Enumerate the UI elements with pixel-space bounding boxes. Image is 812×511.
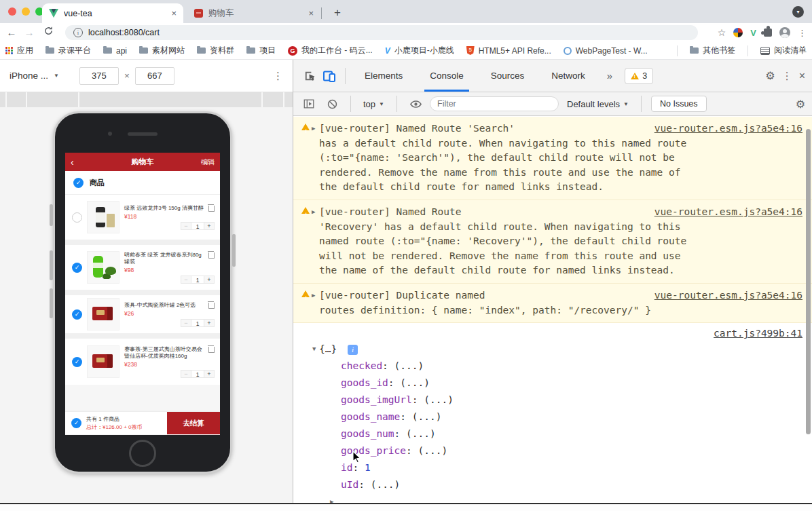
height-input[interactable] — [135, 67, 174, 85]
invoke-getter[interactable]: (...) — [418, 445, 448, 456]
trash-icon[interactable] — [208, 303, 215, 309]
invoke-getter[interactable]: (...) — [412, 411, 442, 422]
bookmark-folder[interactable]: api — [103, 46, 127, 56]
chevron-down-icon: ▼ — [54, 73, 59, 79]
bookmark-folder[interactable]: 素材网站 — [139, 45, 185, 56]
width-input[interactable] — [79, 67, 119, 85]
invoke-getter[interactable]: (...) — [394, 360, 424, 371]
tab-vue-tea[interactable]: vue-tea × — [42, 3, 183, 23]
trash-icon[interactable] — [208, 206, 215, 212]
profile-avatar[interactable] — [779, 27, 790, 38]
increase-button[interactable]: + — [204, 319, 215, 327]
device-toolbar: iPhone ... ▼ × ⋮ — [0, 60, 293, 92]
other-bookmarks[interactable]: 其他书签 — [690, 45, 735, 56]
source-link[interactable]: vue-router.esm.js?a5e4:16 — [654, 121, 802, 136]
back-arrow-icon[interactable]: ‹ — [71, 157, 84, 168]
object-brace[interactable]: {…} — [319, 343, 337, 354]
bookmark-apps[interactable]: 应用 — [5, 45, 33, 56]
bookmark-folder[interactable]: 项目 — [246, 45, 276, 56]
tab-console[interactable]: Console — [418, 60, 476, 92]
bookmark-folder[interactable]: 录课平台 — [45, 45, 91, 56]
item-checkbox[interactable] — [72, 212, 82, 223]
decrease-button[interactable]: − — [181, 319, 191, 327]
bookmark-html5[interactable]: 5HTML5+ API Refe... — [466, 46, 551, 56]
invoke-getter[interactable]: (...) — [371, 479, 401, 490]
increase-button[interactable]: + — [204, 370, 215, 378]
select-all-checkbox[interactable]: ✓ — [73, 178, 84, 188]
invoke-getter[interactable]: (...) — [406, 428, 436, 439]
site-info-icon[interactable]: i — [73, 28, 83, 37]
close-window-button[interactable] — [8, 7, 16, 16]
invoke-getter[interactable]: (...) — [424, 394, 454, 405]
tab-search-button[interactable]: ▾ — [792, 6, 804, 18]
expand-arrow-icon[interactable]: ▶ — [312, 288, 315, 303]
browser-menu-icon[interactable]: ⋮ — [798, 28, 807, 38]
bookmark-star-icon[interactable]: ☆ — [718, 27, 726, 38]
object-property-observer: ▶__ob__Observer {value: {…}, dep: Dep, v… — [319, 493, 802, 503]
device-select[interactable]: iPhone ... — [10, 71, 48, 81]
close-devtools-icon[interactable]: × — [799, 70, 805, 82]
edit-button[interactable]: 编辑 — [201, 157, 215, 167]
log-levels-select[interactable]: Default levels▼ — [564, 99, 631, 109]
tab-cart[interactable]: 购物车 × — [187, 3, 320, 23]
tab-close-icon[interactable]: × — [308, 8, 314, 18]
eye-icon[interactable] — [407, 95, 424, 113]
more-tabs-icon[interactable]: » — [600, 70, 619, 81]
expand-arrow-icon[interactable]: ▶ — [312, 205, 315, 220]
collapse-arrow-icon[interactable]: ▼ — [312, 341, 316, 358]
console-filter-input[interactable] — [430, 96, 559, 111]
back-icon[interactable]: ← — [4, 25, 19, 40]
settings-icon[interactable]: ⚙ — [765, 69, 775, 82]
expand-arrow-icon[interactable]: ▶ — [312, 121, 315, 136]
item-checkbox[interactable]: ✓ — [72, 357, 82, 367]
reading-list[interactable]: 阅读清单 — [760, 45, 807, 56]
console-scrollbar-thumb[interactable] — [806, 129, 811, 434]
new-tab-button[interactable]: + — [329, 4, 346, 22]
checkout-button[interactable]: 去结算 — [167, 412, 220, 434]
tab-sources[interactable]: Sources — [479, 60, 537, 92]
tab-network[interactable]: Network — [539, 60, 597, 92]
console-settings-icon[interactable]: ⚙ — [796, 98, 805, 111]
bookmark-folder[interactable]: 资料群 — [197, 45, 234, 56]
source-link[interactable]: vue-router.esm.js?a5e4:16 — [654, 205, 802, 220]
clear-console-icon[interactable] — [323, 95, 341, 113]
tab-close-icon[interactable]: × — [171, 8, 177, 18]
bookmark-webpagetest[interactable]: WebPageTest - W... — [564, 46, 648, 56]
warnings-badge[interactable]: 3 — [625, 68, 653, 84]
reload-icon[interactable] — [41, 25, 56, 40]
decrease-button[interactable]: − — [181, 370, 191, 378]
mouse-cursor — [352, 451, 361, 466]
source-link[interactable]: vue-router.esm.js?a5e4:16 — [654, 288, 802, 303]
bookmark-xiaolu[interactable]: V小鹿项目-小鹿线 — [385, 45, 454, 56]
inspect-element-icon[interactable] — [300, 67, 318, 85]
forward-icon[interactable]: → — [22, 25, 37, 40]
expand-arrow-icon[interactable]: ▶ — [330, 493, 333, 503]
tab-elements[interactable]: Elements — [352, 60, 415, 92]
item-checkbox[interactable]: ✓ — [72, 263, 82, 273]
toggle-device-toolbar-icon[interactable] — [320, 67, 338, 85]
increase-button[interactable]: + — [204, 276, 215, 284]
item-checkbox[interactable]: ✓ — [72, 309, 82, 320]
trash-icon[interactable] — [208, 252, 215, 259]
bookmark-gitee[interactable]: G我的工作台 - 码云... — [288, 45, 373, 56]
info-badge-icon[interactable]: i — [348, 345, 358, 355]
no-issues-button[interactable]: No Issues — [651, 96, 707, 112]
summary-checkbox[interactable]: ✓ — [71, 418, 81, 428]
vue-devtools-icon[interactable]: V — [750, 28, 756, 38]
extension-icon[interactable] — [733, 28, 743, 37]
decrease-button[interactable]: − — [181, 222, 191, 230]
source-link[interactable]: cart.js?499b:41 — [319, 326, 802, 341]
console-sidebar-toggle-icon[interactable] — [300, 95, 318, 113]
devtools-menu-icon[interactable]: ⋮ — [782, 70, 792, 82]
increase-button[interactable]: + — [204, 222, 215, 230]
device-toolbar-menu-icon[interactable]: ⋮ — [273, 70, 283, 82]
omnibox[interactable]: i localhost:8080/cart — [65, 25, 698, 40]
invoke-getter[interactable]: (...) — [400, 377, 430, 388]
decrease-button[interactable]: − — [181, 276, 191, 284]
extensions-puzzle-icon[interactable] — [764, 29, 772, 37]
warning-icon — [631, 73, 639, 79]
quantity-value: 1 — [191, 319, 204, 327]
execution-context-select[interactable]: top▼ — [361, 99, 387, 109]
minimize-window-button[interactable] — [22, 7, 30, 16]
trash-icon[interactable] — [208, 347, 215, 353]
